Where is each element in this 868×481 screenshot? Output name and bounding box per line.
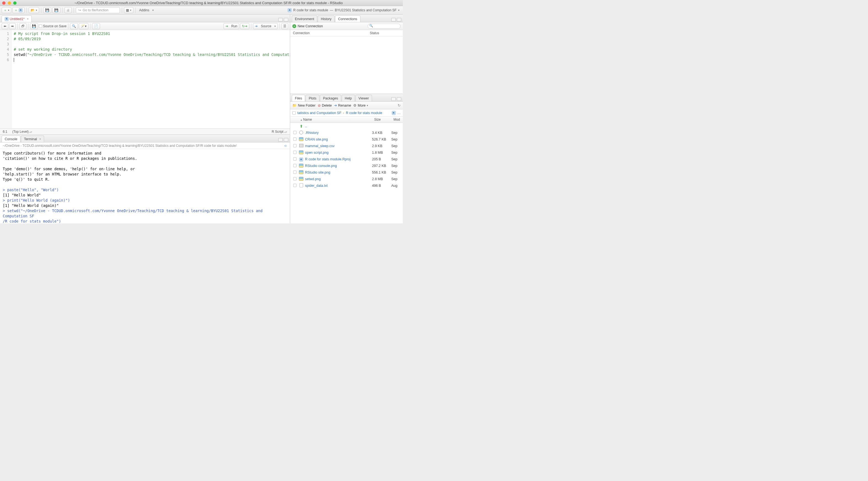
- file-checkbox[interactable]: [293, 137, 297, 141]
- tab-plots[interactable]: Plots: [306, 95, 319, 101]
- maximize-pane-icon[interactable]: [284, 18, 288, 22]
- rename-icon: ➜: [334, 103, 337, 107]
- rename-button[interactable]: ➜Rename: [334, 103, 351, 107]
- forward-button[interactable]: ➡: [9, 23, 16, 29]
- window-title: ~/OneDrive - TCDUD.onmicrosoft.com/Yvonn…: [17, 1, 401, 5]
- tab-console[interactable]: Console: [2, 135, 21, 142]
- project-menu[interactable]: R R code for stats module — BYU22S01 Sta…: [286, 8, 401, 12]
- minimize-pane-icon[interactable]: [391, 97, 396, 101]
- col-name[interactable]: ▲Name: [299, 117, 373, 123]
- print-button[interactable]: 🖨: [64, 7, 72, 13]
- file-checkbox[interactable]: [293, 144, 297, 148]
- file-row[interactable]: CRAN site.png526.7 KBSep: [290, 136, 403, 143]
- find-button[interactable]: 🔍: [70, 23, 78, 29]
- plus-icon: ＋: [4, 8, 7, 13]
- file-row[interactable]: RR code for stats module.Rproj205 BSep: [290, 156, 403, 163]
- maximize-pane-icon[interactable]: [284, 138, 288, 141]
- addins-menu[interactable]: Addins ▾: [137, 7, 155, 13]
- file-row[interactable]: spider_data.txt496 BAug: [290, 182, 403, 189]
- new-folder-button[interactable]: 📁New Folder: [292, 103, 315, 107]
- grid-view-button[interactable]: ▦▾: [124, 7, 133, 13]
- file-name: mammal_sleep.csv: [305, 144, 335, 148]
- source-arrow-icon: ➔: [255, 24, 258, 28]
- new-connection-button[interactable]: +New Connection: [292, 24, 323, 28]
- new-project-button[interactable]: ＋R: [12, 7, 25, 13]
- r-script-icon: ℝ: [5, 17, 8, 21]
- tab-history[interactable]: History: [318, 15, 335, 22]
- console-output[interactable]: Type contributors() for more information…: [0, 149, 290, 223]
- more-path-button[interactable]: …: [397, 111, 401, 115]
- tab-packages[interactable]: Packages: [320, 95, 341, 101]
- scope-selector[interactable]: (Top Level) ▵▿: [12, 130, 32, 134]
- tab-help[interactable]: Help: [342, 95, 355, 101]
- file-checkbox[interactable]: [293, 164, 297, 167]
- minimize-window-button[interactable]: [8, 1, 11, 5]
- code-area[interactable]: # My script from Drop-in session 1 BYU22…: [11, 30, 290, 128]
- file-mod: Sep: [391, 177, 402, 181]
- tab-files[interactable]: Files: [292, 95, 305, 101]
- file-checkbox[interactable]: [293, 131, 297, 134]
- col-size[interactable]: Size: [373, 117, 392, 123]
- minimize-pane-icon[interactable]: [391, 18, 396, 22]
- file-row[interactable]: setwd.png2.8 MBSep: [290, 176, 403, 182]
- source-pane: ℝ Untitled1* × ⬅ ➡ 🗗 💾 Source on Save: [0, 14, 290, 135]
- save-button[interactable]: 💾: [43, 7, 51, 13]
- save-all-button[interactable]: 💾: [52, 7, 60, 13]
- updir-row[interactable]: ⬆..: [290, 123, 403, 129]
- close-tab-icon[interactable]: ×: [39, 137, 41, 141]
- file-checkbox[interactable]: [293, 170, 297, 174]
- file-checkbox[interactable]: [293, 157, 297, 161]
- tab-untitled1[interactable]: ℝ Untitled1* ×: [2, 15, 32, 22]
- file-row[interactable]: RStudio site.png556.1 KBSep: [290, 169, 403, 176]
- report-button[interactable]: 📄: [92, 23, 100, 29]
- back-button[interactable]: ⬅: [2, 23, 8, 29]
- wand-button[interactable]: 🪄▾: [79, 23, 89, 29]
- r-project-icon[interactable]: R: [392, 111, 396, 115]
- col-status: Status: [367, 30, 403, 36]
- tab-viewer[interactable]: Viewer: [355, 95, 372, 101]
- delete-button[interactable]: ⊘Delete: [318, 103, 332, 107]
- file-mod: Sep: [391, 151, 402, 155]
- tab-environment[interactable]: Environment: [292, 15, 317, 22]
- maximize-pane-icon[interactable]: [397, 97, 401, 101]
- tab-terminal[interactable]: Terminal×: [21, 135, 44, 142]
- connections-search-input[interactable]: [368, 24, 401, 29]
- file-row[interactable]: .Rhistory3.4 KBSep: [290, 129, 403, 136]
- file-checkbox[interactable]: [293, 184, 297, 187]
- files-tabstrip: Files Plots Packages Help Viewer: [290, 94, 403, 102]
- file-row[interactable]: open script.png1.8 MBSep: [290, 149, 403, 156]
- crumb-current[interactable]: R code for stats module: [346, 111, 382, 115]
- open-file-button[interactable]: 📂▾: [29, 7, 39, 13]
- goto-file-input[interactable]: ↪Go to file/function: [76, 7, 120, 13]
- new-file-button[interactable]: ＋▾: [2, 7, 11, 13]
- show-in-new-window-button[interactable]: 🗗: [19, 23, 27, 29]
- minimize-pane-icon[interactable]: [278, 138, 283, 141]
- file-row[interactable]: RStudio console.png297.2 KBSep: [290, 163, 403, 169]
- rerun-button[interactable]: ↻➔: [240, 23, 249, 29]
- col-mod[interactable]: Mod: [392, 117, 403, 123]
- tab-connections[interactable]: Connections: [335, 15, 361, 22]
- code-editor[interactable]: 123456 # My script from Drop-in session …: [0, 30, 290, 128]
- close-tab-icon[interactable]: ×: [27, 17, 29, 21]
- delete-icon: ⊘: [318, 103, 321, 107]
- source-on-save-checkbox[interactable]: [39, 25, 42, 28]
- outline-button[interactable]: ☰: [281, 23, 288, 29]
- maximize-pane-icon[interactable]: [397, 18, 401, 22]
- file-checkbox[interactable]: [293, 151, 297, 154]
- run-button[interactable]: ➔ Run: [223, 23, 239, 29]
- file-checkbox[interactable]: [293, 177, 297, 181]
- refresh-button[interactable]: ↻: [398, 103, 401, 107]
- crumb-parent[interactable]: tatistics and Computation SF: [297, 111, 341, 115]
- goto-wd-icon[interactable]: ➪: [284, 144, 287, 148]
- file-name: setwd.png: [305, 177, 321, 181]
- save-source-button[interactable]: 💾: [30, 23, 38, 29]
- grid-icon: ▦: [126, 8, 129, 12]
- file-row[interactable]: mammal_sleep.csv2.9 KBSep: [290, 143, 403, 149]
- zoom-window-button[interactable]: [13, 1, 17, 5]
- language-selector[interactable]: R Script ▵▿: [272, 130, 287, 134]
- select-all-checkbox[interactable]: [292, 111, 296, 115]
- minimize-pane-icon[interactable]: [278, 18, 283, 22]
- close-window-button[interactable]: [2, 1, 5, 5]
- more-button[interactable]: ⚙More▾: [353, 103, 368, 107]
- source-button[interactable]: ➔ Source ▾: [253, 23, 278, 29]
